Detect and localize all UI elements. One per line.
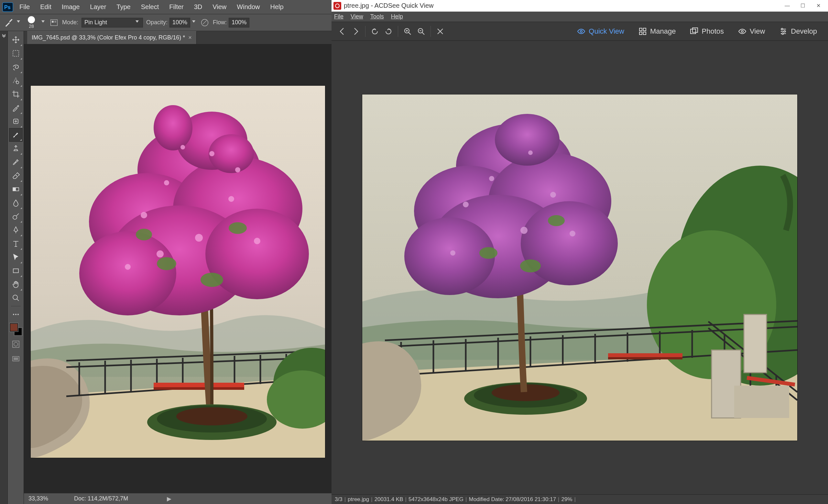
hand-tool[interactable]	[9, 278, 23, 291]
svg-point-59	[201, 273, 223, 287]
history-brush-tool[interactable]	[9, 155, 23, 169]
svg-point-18	[14, 342, 18, 346]
dodge-tool[interactable]	[9, 210, 23, 223]
svg-point-118	[548, 215, 565, 226]
ps-menu-image[interactable]: Image	[56, 0, 85, 14]
foreground-background-colors[interactable]	[10, 323, 22, 335]
svg-point-46	[154, 105, 193, 151]
svg-point-64	[580, 31, 582, 32]
move-tool[interactable]	[9, 33, 23, 47]
brush-tool[interactable]	[9, 128, 23, 142]
screen-mode-icon[interactable]	[9, 353, 23, 365]
healing-brush-tool[interactable]	[9, 115, 23, 128]
acdsee-image[interactable]	[362, 94, 797, 440]
ps-status-bar: 33,33% Doc: 114,2M/572,7M ▶	[24, 493, 332, 504]
window-title-bar[interactable]: ptree.jpg - ACDSee Quick View — ☐ ✕	[332, 0, 828, 12]
opacity-input[interactable]: 100%	[169, 18, 190, 28]
window-title: ptree.jpg - ACDSee Quick View	[344, 2, 434, 9]
ps-menu-3d[interactable]: 3D	[189, 0, 208, 14]
svg-point-7	[16, 81, 19, 84]
svg-rect-33	[154, 387, 244, 390]
mode-label: Quick View	[589, 27, 624, 36]
brush-preset-picker[interactable]: 28	[25, 16, 38, 29]
close-tab-icon[interactable]: ×	[188, 34, 192, 41]
svg-point-16	[17, 314, 19, 315]
quick-select-tool[interactable]	[9, 74, 23, 87]
marquee-tool[interactable]	[9, 47, 23, 60]
mode-quick-view[interactable]: Quick View	[570, 22, 631, 40]
nav-forward-button[interactable]	[349, 25, 363, 38]
svg-point-44	[79, 231, 176, 316]
close-button[interactable]: ✕	[811, 1, 826, 10]
ps-expand-strip[interactable]	[0, 31, 8, 504]
eraser-tool[interactable]	[9, 169, 23, 182]
maximize-button[interactable]: ☐	[795, 1, 811, 10]
eyedropper-tool[interactable]	[9, 101, 23, 115]
gradient-tool[interactable]	[9, 182, 23, 196]
type-tool[interactable]	[9, 237, 23, 250]
ac-menu-file[interactable]: File	[334, 13, 343, 20]
ac-menu-view[interactable]: View	[350, 13, 363, 20]
pen-tool[interactable]	[9, 223, 23, 237]
blur-tool[interactable]	[9, 196, 23, 210]
clone-stamp-tool[interactable]	[9, 142, 23, 155]
ps-zoom-value[interactable]: 33,33%	[29, 495, 48, 502]
quick-mask-icon[interactable]	[9, 338, 23, 350]
nav-back-button[interactable]	[335, 25, 349, 38]
mode-view[interactable]: View	[731, 22, 772, 40]
blend-mode-select[interactable]: Pin Light	[82, 18, 143, 28]
ps-menu-edit[interactable]: Edit	[35, 0, 56, 14]
rotate-left-button[interactable]	[368, 25, 382, 38]
svg-rect-17	[13, 341, 19, 347]
svg-rect-10	[13, 187, 16, 191]
mode-develop[interactable]: Develop	[772, 22, 824, 40]
svg-point-116	[479, 247, 497, 259]
svg-point-14	[13, 314, 14, 315]
pressure-opacity-icon[interactable]	[200, 18, 210, 28]
photoshop-logo-icon: Ps	[1, 1, 14, 13]
ps-document-tab[interactable]: IMG_7645.psd @ 33,3% (Color Efex Pro 4 c…	[27, 31, 197, 44]
acdsee-app-icon	[333, 2, 341, 10]
ps-menu-type[interactable]: Type	[111, 0, 135, 14]
edit-toolbar-icon[interactable]	[9, 308, 23, 321]
svg-rect-20	[13, 358, 18, 360]
rotate-right-button[interactable]	[382, 25, 395, 38]
zoom-tool[interactable]	[9, 291, 23, 305]
zoom-out-button[interactable]	[414, 25, 428, 38]
svg-point-54	[209, 151, 214, 156]
svg-rect-65	[639, 28, 642, 31]
ps-status-menu-icon[interactable]: ▶	[167, 495, 171, 502]
ps-menu-window[interactable]: Window	[232, 0, 265, 14]
brush-tool-icon[interactable]	[4, 18, 13, 28]
ps-menu-view[interactable]: View	[207, 0, 232, 14]
zoom-in-button[interactable]	[401, 25, 414, 38]
svg-text:Ps: Ps	[4, 4, 11, 10]
ps-menu-file[interactable]: File	[14, 0, 35, 14]
shape-tool[interactable]	[9, 264, 23, 278]
mode-photos[interactable]: Photos	[683, 22, 731, 40]
lasso-tool[interactable]	[9, 60, 23, 74]
tool-preset-dropdown-icon[interactable]	[17, 20, 22, 25]
mode-manage[interactable]: Manage	[631, 22, 683, 40]
delete-button[interactable]	[433, 25, 447, 38]
brush-preset-dropdown-icon[interactable]	[41, 20, 46, 25]
minimize-button[interactable]: —	[780, 1, 795, 10]
ps-menu-filter[interactable]: Filter	[164, 0, 189, 14]
svg-point-15	[15, 314, 16, 315]
ps-menu-select[interactable]: Select	[136, 0, 164, 14]
ps-menu-layer[interactable]: Layer	[85, 0, 111, 14]
ps-menu-help[interactable]: Help	[265, 0, 289, 14]
flow-input[interactable]: 100%	[229, 18, 249, 28]
acdsee-image-area[interactable]	[332, 41, 828, 494]
ac-menu-tools[interactable]: Tools	[370, 13, 384, 20]
ps-canvas-area[interactable]	[24, 44, 332, 493]
opacity-dropdown-icon[interactable]	[192, 20, 197, 25]
ps-doc-size[interactable]: Doc: 114,2M/572,7M	[74, 495, 128, 502]
blend-mode-label: Mode:	[62, 19, 78, 26]
ps-canvas[interactable]	[31, 86, 325, 458]
path-select-tool[interactable]	[9, 250, 23, 264]
foreground-color-swatch[interactable]	[10, 323, 18, 332]
crop-tool[interactable]	[9, 87, 23, 101]
brush-panel-icon[interactable]	[49, 18, 59, 28]
ac-menu-help[interactable]: Help	[391, 13, 403, 20]
